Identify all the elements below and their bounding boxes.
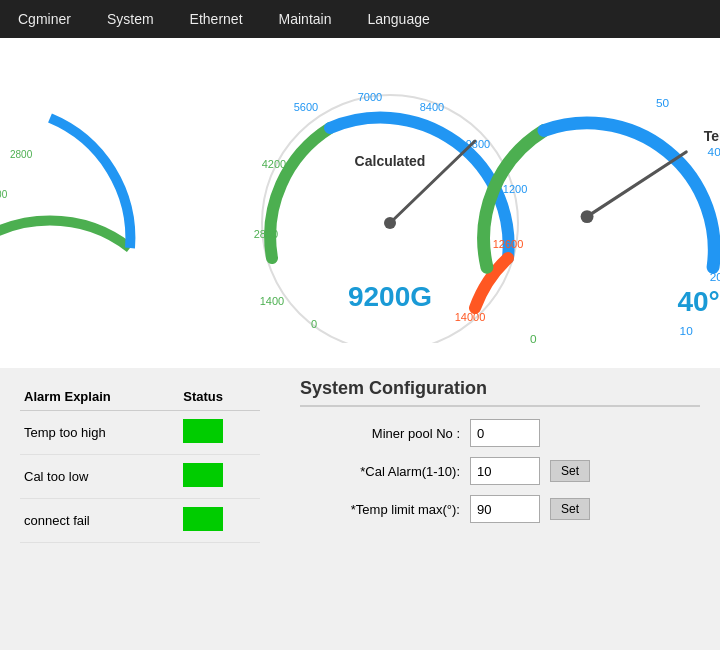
alarm-panel: Alarm Explain Status Temp too highCal to… [0, 368, 280, 650]
menu-item-cgminer[interactable]: Cgminer [10, 7, 79, 31]
bottom-section: Alarm Explain Status Temp too highCal to… [0, 368, 720, 650]
menu-item-language[interactable]: Language [359, 7, 437, 31]
svg-text:4200: 4200 [262, 158, 286, 170]
svg-text:50: 50 [656, 96, 670, 110]
config-row: Miner pool No : [300, 419, 700, 447]
alarm-status [179, 455, 260, 499]
alarm-status [179, 411, 260, 455]
alarm-status [179, 499, 260, 543]
svg-text:40: 40 [708, 145, 720, 159]
config-field-label: *Temp limit max(°): [300, 502, 460, 517]
alarm-explain: Cal too low [20, 455, 179, 499]
menubar: Cgminer System Ethernet Maintain Languag… [0, 0, 720, 38]
alarm-status-indicator [183, 463, 223, 487]
config-field-input[interactable] [470, 457, 540, 485]
svg-text:2800: 2800 [254, 228, 278, 240]
alarm-explain: connect fail [20, 499, 179, 543]
svg-point-24 [581, 210, 594, 223]
alarm-table: Alarm Explain Status Temp too highCal to… [20, 383, 260, 543]
gauges-area: 0 1400 2800 7000 8400 5600 4200 9800 280… [0, 38, 720, 368]
svg-text:1400: 1400 [260, 295, 284, 307]
config-field-input[interactable] [470, 419, 540, 447]
alarm-explain: Temp too high [20, 411, 179, 455]
gauge-left-partial: 0 1400 2800 [0, 68, 160, 328]
config-panel: System Configuration Miner pool No :*Cal… [280, 368, 720, 650]
alarm-status-indicator [183, 507, 223, 531]
alarm-row: Temp too high [20, 411, 260, 455]
svg-text:8400: 8400 [420, 101, 444, 113]
menu-item-ethernet[interactable]: Ethernet [182, 7, 251, 31]
temp-gauge: 50 40 30 20 10 0 Temp 40°C [450, 68, 720, 348]
temp-gauge-value: 40°C [677, 286, 720, 318]
config-row: *Temp limit max(°):Set [300, 495, 700, 523]
alarm-status-indicator [183, 419, 223, 443]
alarm-header-status: Status [179, 383, 260, 411]
svg-text:20: 20 [710, 270, 720, 284]
svg-text:1400: 1400 [0, 189, 8, 200]
svg-text:0: 0 [311, 318, 317, 330]
config-fields: Miner pool No :*Cal Alarm(1-10):Set*Temp… [300, 419, 700, 523]
menu-item-maintain[interactable]: Maintain [271, 7, 340, 31]
svg-text:0: 0 [530, 332, 537, 346]
svg-point-16 [384, 217, 396, 229]
alarm-row: connect fail [20, 499, 260, 543]
config-field-input[interactable] [470, 495, 540, 523]
alarm-row: Cal too low [20, 455, 260, 499]
svg-line-23 [587, 152, 686, 217]
config-field-label: Miner pool No : [300, 426, 460, 441]
alarm-header-explain: Alarm Explain [20, 383, 179, 411]
config-row: *Cal Alarm(1-10):Set [300, 457, 700, 485]
svg-text:7000: 7000 [358, 91, 382, 103]
svg-text:2800: 2800 [10, 149, 33, 160]
config-set-button[interactable]: Set [550, 498, 590, 520]
hashrate-gauge-label: Calculated [355, 153, 426, 169]
menu-item-system[interactable]: System [99, 7, 162, 31]
config-field-label: *Cal Alarm(1-10): [300, 464, 460, 479]
svg-text:10: 10 [680, 324, 694, 338]
temp-gauge-label: Temp [704, 128, 720, 144]
config-title: System Configuration [300, 378, 700, 407]
hashrate-gauge-value: 9200G [348, 281, 432, 313]
config-set-button[interactable]: Set [550, 460, 590, 482]
svg-text:5600: 5600 [294, 101, 318, 113]
